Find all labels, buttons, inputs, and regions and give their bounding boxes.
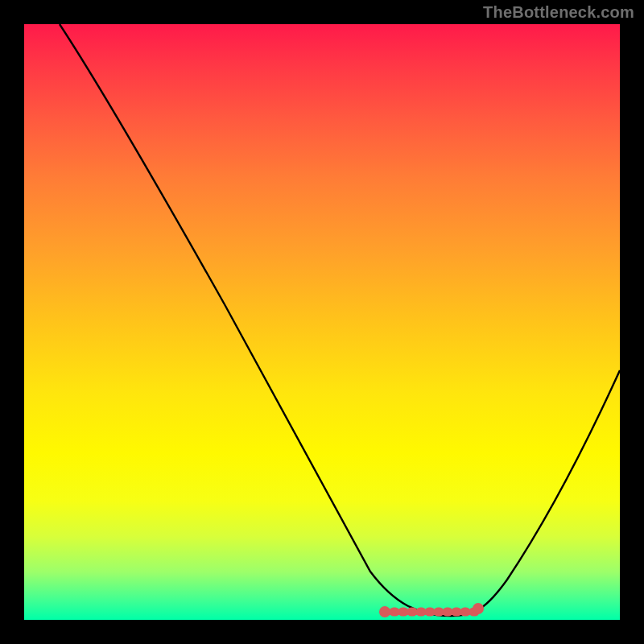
bottleneck-curve: [60, 24, 620, 616]
curve-layer: [24, 24, 620, 620]
plot-area: [24, 24, 620, 620]
min-start-marker: [379, 606, 390, 617]
watermark-text: TheBottleneck.com: [483, 3, 634, 22]
chart-frame: TheBottleneck.com: [0, 0, 644, 644]
min-end-marker: [473, 603, 484, 614]
